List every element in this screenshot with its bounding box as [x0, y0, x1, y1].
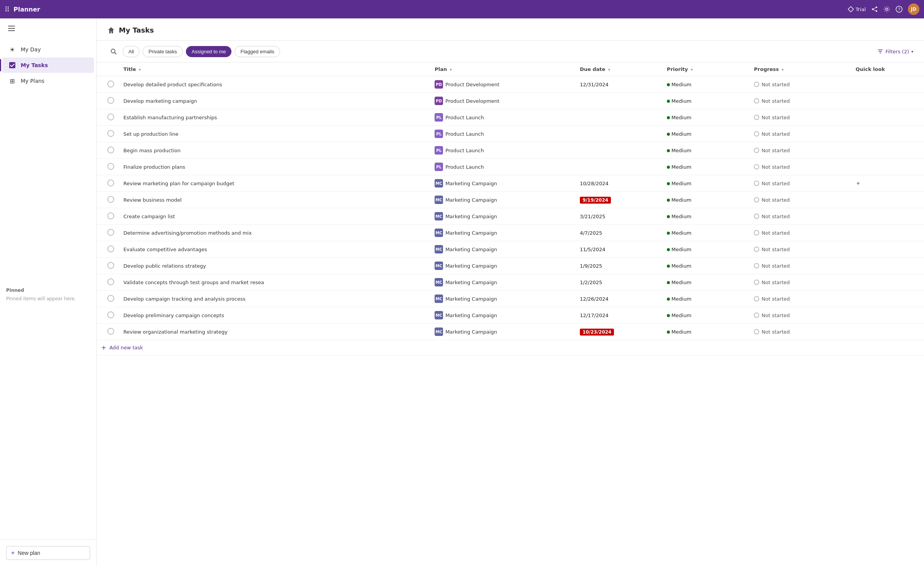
task-info-icon[interactable]: ⓘ [209, 246, 215, 253]
task-more-icon[interactable]: ⋮ [243, 180, 249, 186]
task-checkbox[interactable] [107, 81, 114, 87]
task-priority-cell: Medium [662, 258, 749, 274]
task-info-icon[interactable]: ⓘ [248, 295, 253, 302]
task-info-icon[interactable]: ⓘ [208, 262, 214, 269]
col-header-title[interactable]: Title ▾ [119, 63, 430, 76]
task-checkbox[interactable] [107, 262, 114, 269]
title-sort-icon: ▾ [139, 67, 141, 72]
due-date: 12/31/2024 [580, 82, 609, 87]
task-checkbox[interactable] [107, 114, 114, 120]
user-avatar[interactable]: JD [908, 3, 919, 15]
search-button[interactable] [107, 45, 120, 58]
task-title[interactable]: Set up production line [123, 131, 179, 137]
task-checkbox[interactable] [107, 328, 114, 335]
task-more-icon[interactable]: ⋮ [273, 279, 279, 285]
task-info-icon[interactable]: ⓘ [181, 130, 186, 137]
task-checkbox[interactable] [107, 229, 114, 236]
task-title[interactable]: Begin mass production [123, 148, 181, 153]
task-title[interactable]: Review organizational marketing strategy [123, 329, 228, 335]
task-info-icon[interactable]: ⓘ [183, 147, 188, 154]
task-title[interactable]: Create campaign list [123, 214, 175, 219]
task-checkbox[interactable] [107, 295, 114, 302]
task-info-icon[interactable]: ⓘ [177, 213, 183, 220]
task-title[interactable]: Develop marketing campaign [123, 98, 197, 104]
task-checkbox[interactable] [107, 196, 114, 203]
task-more-icon[interactable]: ⋮ [255, 296, 260, 302]
task-checkbox[interactable] [107, 311, 114, 318]
table-row: Begin mass production ⓘ ⋮ PL Product Lau… [97, 142, 924, 159]
trial-button[interactable]: Trial [848, 6, 866, 12]
task-more-icon[interactable]: ⋮ [190, 147, 195, 153]
task-title[interactable]: Review marketing plan for campaign budge… [123, 181, 234, 186]
sidebar-item-my-plans[interactable]: ⊞ My Plans [2, 73, 94, 89]
task-more-icon[interactable]: ⋮ [191, 197, 196, 203]
task-title[interactable]: Validate concepts through test groups an… [123, 280, 264, 285]
task-title[interactable]: Determine advertising/promotion methods … [123, 230, 252, 236]
task-checkbox[interactable] [107, 278, 114, 285]
filters-button[interactable]: Filters (2) ▾ [878, 49, 913, 54]
task-info-icon[interactable]: ⓘ [266, 279, 272, 286]
task-checkbox[interactable] [107, 146, 114, 153]
task-more-icon[interactable]: ⋮ [226, 114, 231, 120]
task-more-icon[interactable]: ⋮ [231, 81, 236, 87]
task-title[interactable]: Develop preliminary campaign concepts [123, 313, 224, 318]
task-title-cell: Finalize production plans ⓘ ⋮ [119, 159, 430, 175]
task-more-icon[interactable]: ⋮ [216, 246, 222, 252]
add-new-task-button[interactable]: + Add new task [101, 344, 919, 351]
task-quicklook-cell [851, 324, 924, 340]
task-more-icon[interactable]: ⋮ [237, 329, 242, 335]
task-more-icon[interactable]: ⋮ [206, 98, 212, 104]
app-grid-icon[interactable]: ⠿ [5, 5, 10, 13]
add-task-label: Add new task [109, 345, 143, 350]
task-title[interactable]: Finalize production plans [123, 164, 185, 170]
share-icon[interactable] [871, 6, 878, 13]
quick-look-icon[interactable]: ✦ [855, 180, 860, 187]
task-title[interactable]: Evaluate competitive advantages [123, 247, 207, 252]
task-checkbox[interactable] [107, 179, 114, 186]
sidebar-toggle-button[interactable] [6, 23, 17, 34]
col-header-progress[interactable]: Progress ▾ [749, 63, 851, 76]
task-priority-cell: Medium [662, 274, 749, 291]
task-title[interactable]: Develop public relations strategy [123, 263, 206, 269]
task-more-icon[interactable]: ⋮ [184, 213, 190, 219]
chevron-down-icon: ▾ [911, 49, 913, 54]
task-checkbox[interactable] [107, 245, 114, 252]
col-header-due-date[interactable]: Due date ▾ [575, 63, 662, 76]
task-info-icon[interactable]: ⓘ [219, 114, 225, 121]
task-more-icon[interactable]: ⋮ [194, 164, 200, 170]
settings-icon[interactable] [883, 6, 890, 13]
task-info-icon[interactable]: ⓘ [199, 97, 205, 104]
task-priority-cell: Medium [662, 93, 749, 109]
new-plan-button[interactable]: + New plan [6, 546, 90, 560]
task-checkbox[interactable] [107, 212, 114, 219]
task-title[interactable]: Review business model [123, 197, 182, 203]
task-more-icon[interactable]: ⋮ [233, 312, 239, 318]
tab-assigned-to-me[interactable]: Assigned to me [186, 46, 232, 57]
task-checkbox[interactable] [107, 130, 114, 137]
task-more-icon[interactable]: ⋮ [215, 263, 221, 269]
tab-private-tasks[interactable]: Private tasks [143, 46, 182, 57]
tab-flagged-emails[interactable]: Flagged emails [235, 46, 280, 57]
task-checkbox[interactable] [107, 163, 114, 170]
task-title[interactable]: Establish manufacturing partnerships [123, 115, 217, 120]
task-info-icon[interactable]: ⓘ [224, 81, 230, 88]
col-header-priority[interactable]: Priority ▾ [662, 63, 749, 76]
task-checkbox[interactable] [107, 97, 114, 104]
help-icon[interactable]: ? [896, 6, 903, 13]
plan-name: Product Launch [445, 115, 484, 120]
sidebar-item-my-tasks[interactable]: My Tasks [2, 58, 94, 73]
task-info-icon[interactable]: ⓘ [187, 163, 193, 170]
col-header-plan[interactable]: Plan ▾ [430, 63, 575, 76]
tab-all[interactable]: All [123, 46, 140, 57]
task-checkbox-cell [97, 192, 119, 208]
task-info-icon[interactable]: ⓘ [254, 229, 259, 236]
task-title[interactable]: Develop detailed product specifications [123, 82, 222, 87]
task-info-icon[interactable]: ⓘ [184, 196, 189, 203]
task-info-icon[interactable]: ⓘ [226, 312, 232, 319]
sidebar-item-my-day[interactable]: ☀ My Day [2, 42, 94, 57]
task-info-icon[interactable]: ⓘ [230, 328, 235, 335]
task-title[interactable]: Develop campaign tracking and analysis p… [123, 296, 246, 302]
task-more-icon[interactable]: ⋮ [261, 230, 266, 236]
task-info-icon[interactable]: ⓘ [236, 180, 242, 187]
task-more-icon[interactable]: ⋮ [188, 131, 193, 137]
